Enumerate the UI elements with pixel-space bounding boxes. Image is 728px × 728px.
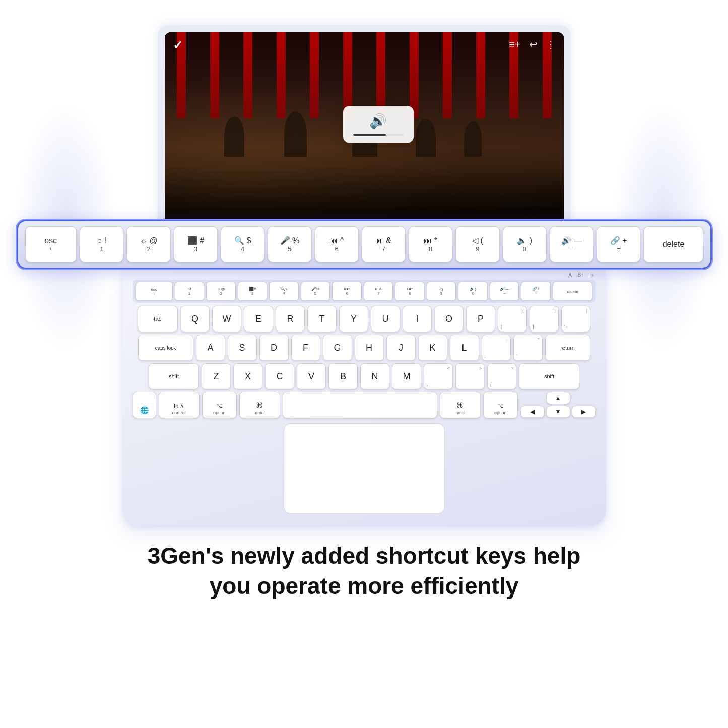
fn-4-small[interactable]: 🔍$ 4 — [269, 282, 299, 301]
q-key[interactable]: Q — [180, 306, 210, 332]
playlist-add-icon[interactable]: ≡+ — [509, 39, 520, 50]
caps-lock-key[interactable]: caps lock — [138, 335, 193, 361]
k-key[interactable]: K — [418, 335, 447, 361]
video-top-icons: ≡+ ↩ ⋮ — [509, 38, 555, 50]
s-key[interactable]: S — [228, 335, 257, 361]
n-key[interactable]: N — [360, 363, 389, 389]
shift-right-key[interactable]: shift — [519, 363, 579, 389]
semicolon-key[interactable]: : ; — [482, 335, 511, 361]
t-key[interactable]: T — [307, 306, 337, 332]
y-key[interactable]: Y — [339, 306, 368, 332]
fn-key-1-large[interactable]: ○ ! 1 — [80, 226, 123, 262]
tab-key[interactable]: tab — [138, 306, 178, 332]
fn-2-small[interactable]: ☼@ 2 — [206, 282, 236, 301]
bracket-left-key[interactable]: { [ — [498, 306, 527, 332]
fn-7-small[interactable]: ⏯& 7 — [364, 282, 393, 301]
p-key[interactable]: P — [466, 306, 495, 332]
return-key[interactable]: return — [545, 335, 590, 361]
fn6-number: 6 — [335, 245, 339, 253]
d-key[interactable]: D — [259, 335, 289, 361]
bluetooth-status-icon: B↑ — [578, 272, 584, 278]
arrow-up-key[interactable]: ▲ — [546, 392, 570, 404]
a-key[interactable]: A — [196, 335, 225, 361]
fn-key-5-large[interactable]: 🎤 % 5 — [268, 226, 311, 262]
spacebar[interactable] — [283, 392, 437, 418]
period-key[interactable]: > . — [455, 363, 485, 389]
fn-key-7-large[interactable]: ⏯ & 7 — [362, 226, 406, 262]
fn2-top-symbol: ☼ @ — [140, 236, 157, 245]
backslash-key[interactable]: | \ — [561, 306, 590, 332]
share-icon[interactable]: ↩ — [529, 38, 538, 50]
fn-1-small[interactable]: ○! 1 — [175, 282, 205, 301]
fn-minus-small[interactable]: 🔊— − — [490, 282, 519, 301]
w-key[interactable]: W — [212, 306, 241, 332]
shift-left-key[interactable]: shift — [149, 363, 199, 389]
fn-esc-small[interactable]: esc \ — [136, 282, 173, 301]
trackpad[interactable] — [284, 423, 445, 514]
fn-equals-small[interactable]: 🔗+ = — [521, 282, 551, 301]
fn-control-key[interactable]: fn ∧ control — [159, 392, 200, 418]
v-key[interactable]: V — [297, 363, 326, 389]
quote-key[interactable]: " ' — [513, 335, 543, 361]
fn-key-9-large[interactable]: ◁ ( 9 — [455, 226, 499, 262]
fn-6-small[interactable]: ⏮^ 6 — [332, 282, 362, 301]
b-key[interactable]: B — [328, 363, 358, 389]
brightness-status-icon: A — [568, 272, 572, 278]
fn-key-equals-large[interactable]: 🔗 + = — [597, 226, 640, 262]
bracket-right-key[interactable]: } ] — [530, 306, 559, 332]
screen-bezel: ✓ ≡+ ↩ ⋮ 🔊 — [158, 25, 571, 224]
fn-key-3-large[interactable]: ⬛ # 3 — [174, 226, 218, 262]
fn-9-small[interactable]: ◁( 9 — [427, 282, 456, 301]
option-right-key[interactable]: ⌥ option — [483, 392, 518, 418]
fn9-number: 9 — [476, 245, 479, 253]
cmd-left-key[interactable]: ⌘ cmd — [239, 392, 280, 418]
j-key[interactable]: J — [386, 335, 416, 361]
shift-right-label: shift — [544, 373, 554, 379]
fn-key-4-large[interactable]: 🔍 $ 4 — [221, 226, 264, 262]
arrow-left-key[interactable]: ◀ — [520, 406, 545, 418]
laptop-screen: ✓ ≡+ ↩ ⋮ 🔊 — [148, 25, 581, 224]
g-key[interactable]: G — [323, 335, 352, 361]
return-label: return — [560, 345, 575, 351]
u-key[interactable]: U — [371, 306, 400, 332]
fn-key-2-large[interactable]: ☼ @ 2 — [126, 226, 170, 262]
keyboard-section: A B↑ ≋ esc \ ○! 1 ☼@ 2 ⬛# — [87, 266, 641, 526]
audience-area — [165, 147, 564, 224]
fn-delete-small[interactable]: delete — [553, 282, 593, 301]
fn-3-small[interactable]: ⬛# 3 — [238, 282, 268, 301]
stage-pillar — [443, 32, 452, 118]
option-right-symbol: ⌥ — [497, 403, 504, 409]
h-key[interactable]: H — [355, 335, 384, 361]
option-left-key[interactable]: ⌥ option — [202, 392, 237, 418]
o-key[interactable]: O — [434, 306, 464, 332]
arrow-down-key[interactable]: ▼ — [546, 406, 570, 418]
r-key[interactable]: R — [276, 306, 305, 332]
comma-key[interactable]: < , — [424, 363, 453, 389]
fn-8-small[interactable]: ⏭* 8 — [395, 282, 425, 301]
f-key[interactable]: F — [291, 335, 320, 361]
m-key[interactable]: M — [392, 363, 421, 389]
x-key[interactable]: X — [233, 363, 262, 389]
c-key[interactable]: C — [265, 363, 294, 389]
arrow-right-key[interactable]: ▶ — [572, 406, 596, 418]
i-key[interactable]: I — [403, 306, 432, 332]
cmd-right-key[interactable]: ⌘ cmd — [440, 392, 481, 418]
fn-5-small[interactable]: 🎤% 5 — [301, 282, 330, 301]
more-options-icon[interactable]: ⋮ — [546, 38, 556, 50]
fn-globe-key[interactable]: 🌐 — [133, 392, 156, 418]
fn-key-minus-large[interactable]: 🔊 — − — [550, 226, 593, 262]
fn-0-small[interactable]: 🔈) 0 — [458, 282, 488, 301]
l-key[interactable]: L — [450, 335, 479, 361]
fn3-top-symbol: ⬛ # — [187, 236, 204, 245]
fn-key-6-large[interactable]: ⏮ ^ 6 — [315, 226, 359, 262]
fn-key-8-large[interactable]: ⏭ * 8 — [409, 226, 452, 262]
fn-row-small: esc \ ○! 1 ☼@ 2 ⬛# 3 🔍$ 4 — [133, 280, 596, 303]
caption-text: 3Gen's newly added shortcut keys help yo… — [148, 541, 581, 602]
slash-key[interactable]: ? / — [487, 363, 516, 389]
z-key[interactable]: Z — [202, 363, 231, 389]
option-left-label: option — [213, 410, 226, 415]
e-key[interactable]: E — [244, 306, 273, 332]
esc-key-large[interactable]: esc \ — [25, 226, 77, 262]
fn-key-0-large[interactable]: 🔈 ) 0 — [503, 226, 547, 262]
delete-key-large[interactable]: delete — [643, 226, 703, 262]
